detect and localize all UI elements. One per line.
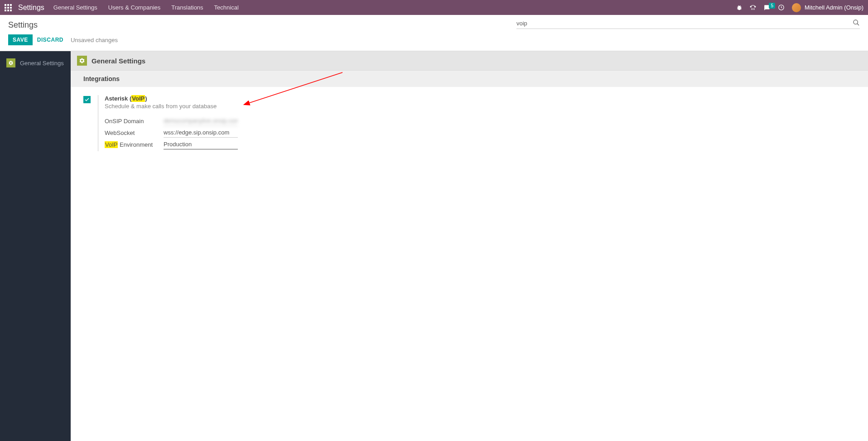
nav-menu-users-companies[interactable]: Users & Companies [108,4,161,11]
nav-menu: General Settings Users & Companies Trans… [53,4,239,11]
clock-icon[interactable] [778,4,785,11]
content-area: General Settings Integrations Asterisk (… [71,51,868,441]
nav-app-title: Settings [18,4,44,12]
svg-rect-1 [754,6,755,7]
section-title: General Settings [92,57,145,65]
search-bar [516,18,860,29]
main-content-wrap: General Settings General Settings Integr… [0,51,868,441]
settings-sidebar: General Settings [0,51,71,441]
nav-menu-translations[interactable]: Translations [171,4,203,11]
gear-badge-icon [6,58,15,67]
nav-right-icons: 5 Mitchell Admin (Onsip) [736,3,863,12]
highlight-voip-label: VoIP [105,141,118,148]
highlight-voip: VoIP [131,95,145,102]
search-input[interactable] [516,18,853,29]
websocket-input[interactable] [164,128,238,138]
messages-icon[interactable]: 5 [763,5,771,11]
nav-menu-general-settings[interactable]: General Settings [53,4,97,11]
subsection-header: Integrations [71,71,868,87]
voip-environment-select[interactable]: Production [164,139,238,149]
svg-line-7 [857,24,859,25]
section-header: General Settings [71,51,868,71]
svg-point-6 [854,20,858,24]
apps-grid-icon[interactable] [5,4,12,11]
field-row-websocket: WebSocket [105,128,238,138]
onsip-domain-label: OnSIP Domain [105,118,164,125]
nav-menu-technical[interactable]: Technical [214,4,239,11]
voip-environment-label: VoIP Environment [105,141,164,148]
messages-badge: 5 [769,3,775,9]
asterisk-checkbox[interactable] [83,96,91,103]
search-icon[interactable] [853,19,860,28]
avatar [792,3,801,12]
phone-icon[interactable] [750,5,756,11]
setting-description: Schedule & make calls from your database [105,103,238,110]
user-name: Mitchell Admin (Onsip) [805,4,863,11]
checkbox-wrap [83,95,91,151]
field-row-voip-environment: VoIP Environment Production [105,139,238,149]
setting-title: Asterisk (VoIP) [105,95,238,102]
gear-badge-icon [77,56,87,66]
save-button[interactable]: SAVE [8,34,33,45]
setting-asterisk-voip: Asterisk (VoIP) Schedule & make calls fr… [71,87,868,159]
websocket-label: WebSocket [105,129,164,136]
field-row-onsip-domain: OnSIP Domain [105,116,238,126]
sidebar-item-general-settings[interactable]: General Settings [0,56,71,70]
action-bar: SAVE DISCARD Unsaved changes [0,30,868,51]
onsip-domain-input[interactable] [164,116,238,126]
user-menu[interactable]: Mitchell Admin (Onsip) [792,3,863,12]
svg-rect-0 [750,6,751,7]
setting-content: Asterisk (VoIP) Schedule & make calls fr… [98,95,238,151]
bug-icon[interactable] [736,5,743,11]
unsaved-changes-text: Unsaved changes [71,37,118,43]
discard-button[interactable]: DISCARD [37,37,63,43]
top-navigation-bar: Settings General Settings Users & Compan… [0,0,868,15]
sidebar-item-label: General Settings [20,60,64,67]
